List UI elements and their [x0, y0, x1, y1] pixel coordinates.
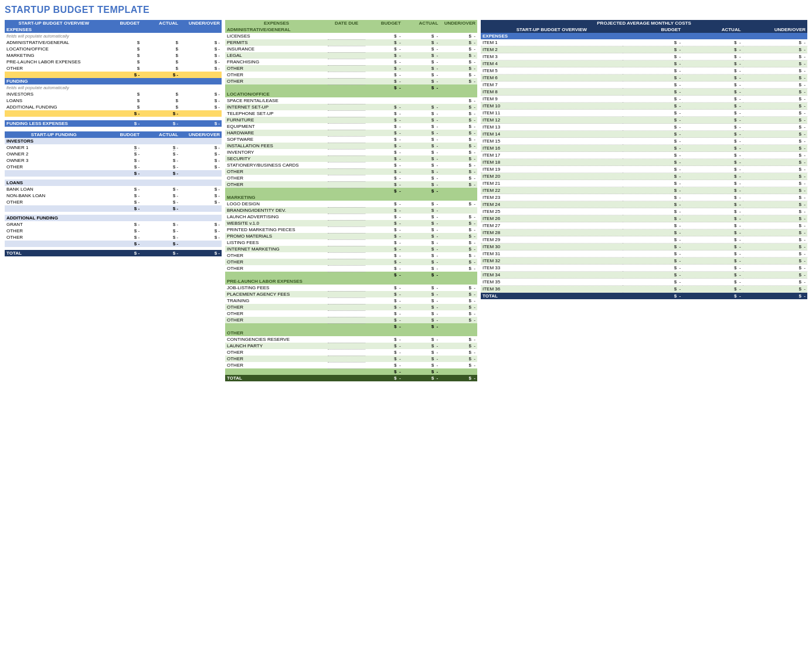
list-item: ITEM 22$ -$ -$ - — [481, 187, 807, 194]
budget-col-hdr: BUDGET — [103, 20, 141, 26]
list-item: ITEM 7$ -$ -$ - — [481, 82, 807, 89]
actual-col-hdr2: ACTUAL — [141, 131, 180, 138]
list-item: ITEM 5$ -$ -$ - — [481, 67, 807, 75]
expenses-detail-table: EXPENSES DATE DUE BUDGET ACTUAL UNDER/OV… — [225, 20, 477, 381]
right-total-row: TOTAL $ - $ - $ - — [481, 293, 807, 300]
table-row: OTHER $ - $ - $ - — [5, 199, 222, 205]
mid-total-row: TOTAL $ - $ - $ - — [225, 375, 477, 381]
table-row: CONTINGENCIES RESERVE$ -$ -$ - — [225, 336, 477, 343]
projected-title: PROJECTED AVERAGE MONTHLY COSTS — [481, 20, 807, 26]
prelaunch-sum-row: $ - $ - — [225, 323, 477, 330]
table-row: OTHER$ -$ -$ - — [225, 304, 477, 310]
table-row: SECURITY$ -$ -$ - — [225, 155, 477, 162]
table-row: SOFTWARE$ -$ -$ - — [225, 136, 477, 143]
investors-section: INVESTORS — [5, 138, 222, 144]
list-item: ITEM 11$ -$ -$ - — [481, 110, 807, 117]
right-panel: PROJECTED AVERAGE MONTHLY COSTS START-UP… — [481, 20, 807, 299]
table-row: OWNER 2 $ - $ - $ - — [5, 151, 222, 157]
page-title: STARTUP BUDGET TEMPLATE — [5, 5, 807, 15]
list-item: ITEM 33$ -$ -$ - — [481, 265, 807, 272]
list-item: ITEM 23$ -$ -$ - — [481, 194, 807, 201]
table-row: TRAINING$ -$ -$ - — [225, 297, 477, 304]
table-row: JOB-LISTING FEES$ -$ -$ - — [225, 285, 477, 291]
middle-panel: EXPENSES DATE DUE BUDGET ACTUAL UNDER/OV… — [225, 20, 477, 381]
expenses-section-label: EXPENSES — [5, 26, 222, 33]
right-expenses-label: EXPENSES — [481, 33, 807, 39]
table-row: OTHER$ -$ -$ - — [225, 65, 477, 72]
table-row: INVENTORY$ -$ -$ - — [225, 149, 477, 155]
right-overview-title: START-UP BUDGET OVERVIEW — [481, 26, 623, 33]
list-item: ITEM 28$ -$ -$ - — [481, 229, 807, 236]
list-item: ITEM 27$ -$ -$ - — [481, 222, 807, 229]
auto-fill-msg: fields will populate automatically — [5, 33, 222, 39]
underover-col-hdr: UNDER/OVER — [180, 20, 222, 26]
table-row: PERMITS$ -$ -$ - — [225, 39, 477, 46]
loans-section: LOANS — [5, 180, 222, 186]
right-total-label: TOTAL — [481, 293, 623, 300]
table-row: INSURANCE$ -$ -$ - — [225, 46, 477, 52]
table-row: PROMO MATERIALS$ -$ -$ - — [225, 233, 477, 239]
total-label: TOTAL — [5, 250, 103, 256]
table-row: OTHER $ - $ - $ - — [5, 234, 222, 241]
table-row: OTHER$ -$ -$ - — [225, 72, 477, 78]
list-item: ITEM 20$ -$ -$ - — [481, 173, 807, 180]
table-row: PLACEMENT AGENCY FEES$ -$ -$ - — [225, 291, 477, 297]
funding-sum-row: $ - $ - — [5, 110, 222, 117]
table-row: OWNER 3 $ - $ - $ - — [5, 157, 222, 164]
projected-monthly-table: PROJECTED AVERAGE MONTHLY COSTS START-UP… — [481, 20, 807, 299]
table-row: LOCATION/OFFICE $ $ $ - — [5, 46, 222, 52]
list-item: ITEM 36$ -$ -$ - — [481, 286, 807, 293]
table-row: LOANS $ $ $ - — [5, 97, 222, 104]
expenses-col-hdr: EXPENSES — [225, 20, 328, 26]
dollar-sign: $ — [215, 40, 217, 45]
table-row: PRE-LAUNCH LABOR EXPENSES $ $ $ - — [5, 59, 222, 65]
list-item: ITEM 24$ -$ -$ - — [481, 201, 807, 208]
table-row: GRANT $ - $ - $ - — [5, 221, 222, 228]
table-row: OTHER $ - $ - $ - — [5, 164, 222, 170]
funding-less-label: FUNDING LESS EXPENSES — [5, 120, 103, 127]
table-row: OTHER$ -$ -$ - — [225, 252, 477, 259]
table-row: ADDITIONAL FUNDING $ $ $ - — [5, 104, 222, 110]
list-item: ITEM 6$ -$ -$ - — [481, 75, 807, 82]
funding-section-label: FUNDING — [5, 78, 222, 84]
list-item: ITEM 25$ -$ -$ - — [481, 208, 807, 215]
table-row: OTHER$ -$ -$ - — [225, 181, 477, 188]
startup-funding-table: START-UP FUNDING BUDGET ACTUAL UNDER/OVE… — [5, 131, 222, 256]
list-item: ITEM 9$ -$ -$ - — [481, 96, 807, 103]
table-row: MARKETING $ $ $ - — [5, 52, 222, 59]
list-item: ITEM 13$ -$ -$ - — [481, 124, 807, 131]
dollar-sign: $ — [176, 40, 178, 45]
admin-sum-row: $ - $ - — [225, 84, 477, 91]
list-item: ITEM 15$ -$ -$ - — [481, 138, 807, 145]
list-item: ITEM 3$ -$ -$ - — [481, 53, 807, 60]
table-row: FURNITURE$ -$ -$ - — [225, 117, 477, 123]
right-under-hdr: UNDER/OVER — [743, 26, 807, 33]
add-funding-sum-row: $ - $ - — [5, 241, 222, 247]
list-item: ITEM 2$ -$ -$ - — [481, 46, 807, 53]
table-row: OTHER$ -$ -$ - — [225, 317, 477, 323]
other-sum-row: $ - $ - — [225, 368, 477, 375]
list-item: ITEM 17$ -$ -$ - — [481, 152, 807, 159]
admin-section-label: ADMINISTRATIVE/GENERAL — [225, 26, 477, 33]
table-row: NON-BANK LOAN $ - $ - $ - — [5, 192, 222, 199]
table-row: OTHER$ -$ -$ - — [225, 349, 477, 356]
table-row: BANK LOAN $ - $ - $ - — [5, 186, 222, 192]
list-item: ITEM 29$ -$ -$ - — [481, 236, 807, 243]
list-item: ITEM 32$ -$ -$ - — [481, 258, 807, 265]
mid-under-hdr: UNDER/OVER — [440, 20, 477, 26]
location-sum-row: $ - $ - — [225, 188, 477, 194]
table-row: OTHER$ -$ -$ - — [225, 168, 477, 175]
list-item: ITEM 19$ -$ -$ - — [481, 166, 807, 173]
underover-col-hdr2: UNDER/OVER — [180, 131, 222, 138]
date-col-hdr: DATE DUE — [328, 20, 365, 26]
total-label: TOTAL — [225, 375, 328, 381]
list-item: ITEM 16$ -$ -$ - — [481, 145, 807, 152]
table-row: INVESTORS $ $ $ - — [5, 91, 222, 97]
table-row: OTHER $ $ $ - — [5, 65, 222, 72]
table-row: OTHER $ - $ - $ - — [5, 228, 222, 234]
marketing-section-label: MARKETING — [225, 194, 477, 201]
table-row: OWNER 1 $ - $ - $ - — [5, 144, 222, 151]
dollar-sign: $ — [137, 40, 140, 45]
table-row: OTHER$ -$ -$ - — [225, 175, 477, 181]
table-row: STATIONERY/BUSINESS CARDS$ -$ -$ - — [225, 162, 477, 168]
